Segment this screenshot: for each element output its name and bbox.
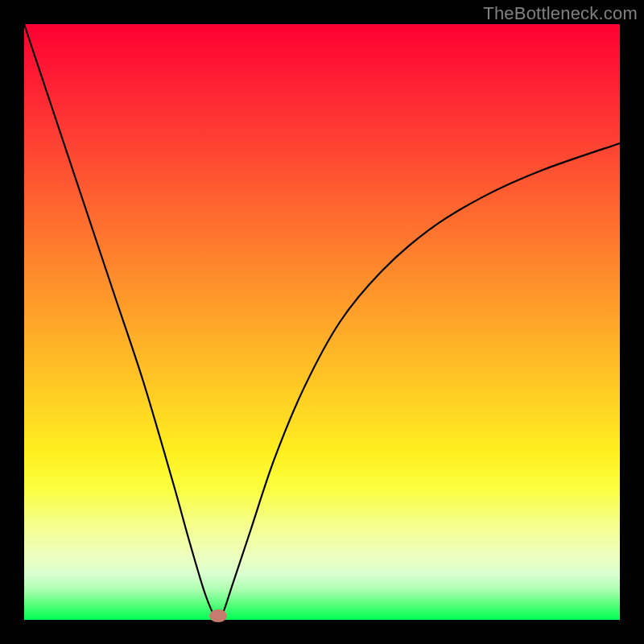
- watermark-text: TheBottleneck.com: [483, 3, 638, 24]
- plot-area: [24, 24, 620, 620]
- chart-container: TheBottleneck.com: [0, 0, 644, 644]
- bottleneck-curve: [24, 24, 620, 620]
- curve-layer: [24, 24, 620, 620]
- optimum-marker: [209, 609, 227, 622]
